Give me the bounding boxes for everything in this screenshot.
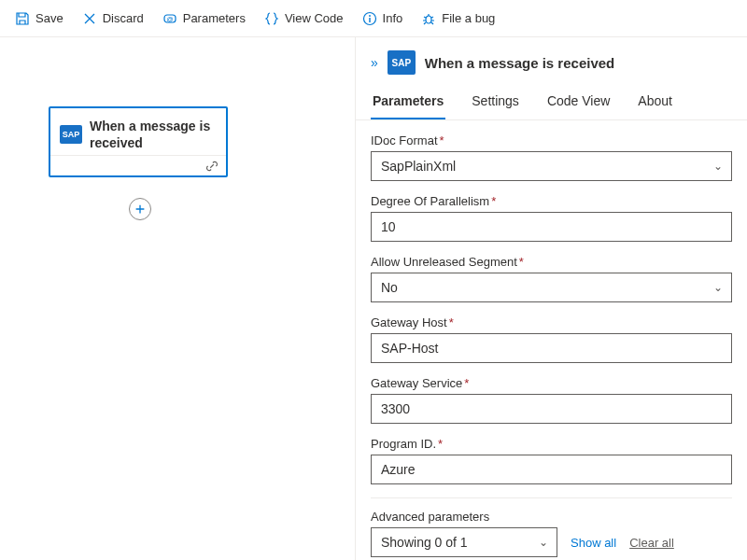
field-degree-parallelism: Degree Of Parallelism*: [371, 194, 732, 242]
braces-icon: [264, 11, 279, 26]
save-icon: [15, 11, 30, 26]
show-all-link[interactable]: Show all: [571, 536, 616, 550]
designer-canvas[interactable]: SAP When a message is received: [0, 37, 355, 560]
field-gateway-host: Gateway Host*: [371, 315, 732, 363]
allow-unreleased-label: Allow Unreleased Segment*: [371, 255, 732, 269]
view-code-button[interactable]: View Code: [257, 6, 351, 32]
gateway-service-input[interactable]: [371, 394, 732, 424]
node-header: SAP When a message is received: [50, 108, 226, 155]
program-id-input[interactable]: [371, 455, 732, 484]
add-step-button[interactable]: [129, 198, 151, 220]
discard-label: Discard: [103, 11, 144, 25]
close-icon: [82, 11, 97, 26]
info-icon: [362, 11, 377, 26]
tab-parameters[interactable]: Parameters: [371, 84, 445, 119]
collapse-icon[interactable]: »: [371, 55, 378, 70]
field-program-id: Program ID.*: [371, 437, 732, 484]
gateway-host-label: Gateway Host*: [371, 315, 732, 329]
program-id-label: Program ID.*: [371, 437, 732, 451]
svg-point-3: [369, 15, 371, 17]
parameters-form: IDoc Format* ⌄ Degree Of Parallelism* Al…: [356, 120, 747, 560]
discard-button[interactable]: Discard: [75, 6, 151, 32]
save-label: Save: [35, 11, 63, 25]
field-gateway-service: Gateway Service*: [371, 376, 732, 424]
info-label: Info: [383, 11, 403, 25]
svg-point-5: [426, 16, 431, 23]
save-button[interactable]: Save: [7, 6, 71, 32]
clear-all-link[interactable]: Clear all: [629, 536, 674, 550]
view-code-label: View Code: [285, 11, 344, 25]
degree-parallelism-label: Degree Of Parallelism*: [371, 194, 732, 208]
file-bug-label: File a bug: [442, 11, 495, 25]
gateway-service-label: Gateway Service*: [371, 376, 732, 390]
parameters-label: Parameters: [183, 11, 246, 25]
trigger-node[interactable]: SAP When a message is received: [49, 106, 228, 177]
file-bug-button[interactable]: File a bug: [414, 6, 502, 32]
tab-settings[interactable]: Settings: [470, 84, 521, 119]
plus-icon: [134, 203, 147, 216]
svg-rect-4: [369, 18, 370, 22]
info-button[interactable]: Info: [355, 6, 411, 32]
allow-unreleased-select[interactable]: [371, 273, 732, 302]
tab-about[interactable]: About: [636, 84, 674, 119]
degree-parallelism-input[interactable]: [371, 212, 732, 242]
svg-text:@: @: [166, 15, 173, 21]
idoc-format-label: IDoc Format*: [371, 133, 732, 147]
main: SAP When a message is received » SAP Whe…: [0, 37, 747, 560]
sap-icon: SAP: [388, 50, 416, 75]
advanced-parameters-label: Advanced parameters: [371, 510, 732, 524]
toolbar: Save Discard @ Parameters View Code Info…: [0, 0, 747, 37]
panel-title: When a message is received: [425, 55, 614, 71]
sap-icon: SAP: [60, 125, 82, 144]
advanced-parameters-section: Advanced parameters ⌄ Show all Clear all: [371, 497, 732, 557]
panel-header: » SAP When a message is received: [356, 37, 747, 84]
parameters-button[interactable]: @ Parameters: [155, 6, 253, 32]
field-idoc-format: IDoc Format* ⌄: [371, 133, 732, 181]
tab-code-view[interactable]: Code View: [545, 84, 612, 119]
tabs: Parameters Settings Code View About: [356, 84, 747, 120]
link-icon: [205, 160, 218, 173]
idoc-format-select[interactable]: [371, 151, 732, 181]
node-title: When a message is received: [90, 118, 217, 151]
parameters-icon: @: [162, 11, 177, 26]
advanced-parameters-select[interactable]: [371, 527, 557, 557]
field-allow-unreleased: Allow Unreleased Segment* ⌄: [371, 255, 732, 302]
bug-icon: [421, 11, 436, 26]
gateway-host-input[interactable]: [371, 333, 732, 363]
node-footer: [50, 155, 226, 175]
details-panel: » SAP When a message is received Paramet…: [355, 37, 747, 560]
